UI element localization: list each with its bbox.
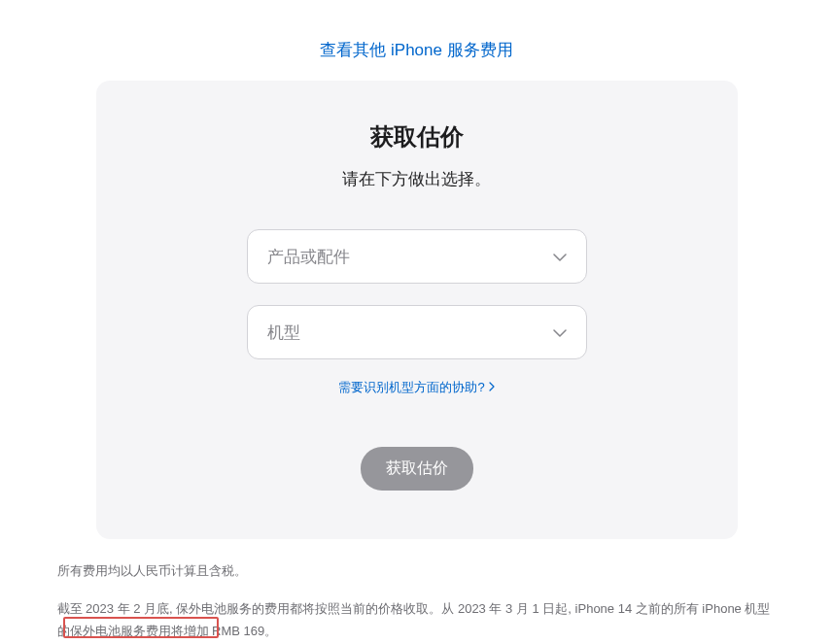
help-link[interactable]: 需要识别机型方面的协助? [338,379,494,396]
get-estimate-button[interactable]: 获取估价 [361,447,473,491]
estimate-card: 获取估价 请在下方做出选择。 产品或配件 机型 需要识别机型方面的协助? 获取估… [96,81,738,539]
product-select[interactable]: 产品或配件 [247,229,587,284]
chevron-down-icon [553,248,567,265]
footer-price-text: 截至 2023 年 2 月底, 保外电池服务的费用都将按照当前的价格收取。从 2… [57,601,771,638]
chevron-right-icon [489,382,495,393]
help-link-label: 需要识别机型方面的协助? [338,379,484,396]
model-select[interactable]: 机型 [247,305,587,359]
footer-price-note: 截至 2023 年 2 月底, 保外电池服务的费用都将按照当前的价格收取。从 2… [57,597,777,643]
card-subtitle: 请在下方做出选择。 [135,168,699,190]
model-select-label: 机型 [267,322,300,344]
chevron-down-icon [553,323,567,341]
card-title: 获取估价 [135,121,699,153]
footer: 所有费用均以人民币计算且含税。 截至 2023 年 2 月底, 保外电池服务的费… [48,562,786,643]
product-select-label: 产品或配件 [267,246,350,268]
top-link[interactable]: 查看其他 iPhone 服务费用 [0,0,833,81]
select-group: 产品或配件 机型 [135,229,699,359]
footer-tax-note: 所有费用均以人民币计算且含税。 [57,562,777,580]
